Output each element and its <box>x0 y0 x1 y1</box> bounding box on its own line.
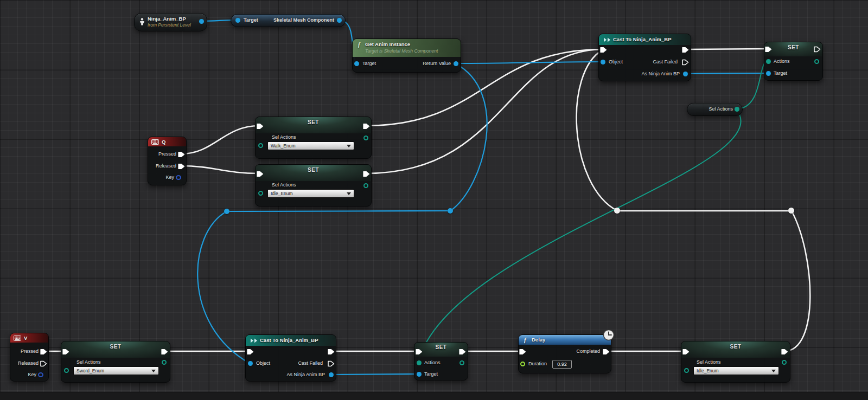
target-in-pin[interactable] <box>417 372 422 377</box>
enum-out-pin[interactable] <box>363 183 368 188</box>
node-set-walk-enum[interactable]: SET Sel Actions Walk_Enum <box>255 117 372 159</box>
node-ninja-anim-bp-getter[interactable]: Ninja_Anim_BP from Persistent Level <box>134 13 207 31</box>
node-title: SET <box>61 344 170 350</box>
return-value-out-pin[interactable] <box>454 61 458 66</box>
reroute-node-exec-right[interactable] <box>788 208 794 214</box>
object-pin-label: Object <box>609 59 623 65</box>
dropdown-arrow-icon <box>347 192 351 197</box>
enum-out-pin[interactable] <box>782 360 787 365</box>
exec-in-pin[interactable] <box>62 349 69 355</box>
cast-failed-label: Cast Failed <box>653 59 678 65</box>
node-header[interactable]: ƒ Get Anim Instance Target is Skeletal M… <box>353 39 461 57</box>
enum-out-pin[interactable] <box>162 360 167 365</box>
released-exec-out-pin[interactable] <box>178 163 185 170</box>
duration-pin-label: Duration <box>528 361 547 367</box>
enum-out-pin[interactable] <box>363 136 368 140</box>
exec-out-pin[interactable] <box>814 46 821 53</box>
exec-out-pin[interactable] <box>781 349 788 355</box>
enum-dropdown[interactable]: Idle_Enum <box>693 366 779 375</box>
enum-in-pin[interactable] <box>258 143 263 148</box>
exec-in-pin[interactable] <box>600 47 607 53</box>
wire-enum-selactions-setmid <box>418 109 741 362</box>
node-set-sword-enum[interactable]: SET Sel Actions Sword_Enum <box>61 341 170 383</box>
exec-in-pin[interactable] <box>257 171 264 177</box>
enum-in-pin[interactable] <box>258 191 263 196</box>
exec-out-pin[interactable] <box>459 349 466 355</box>
node-header[interactable]: Cast To Ninja_Anim_BP <box>246 335 336 346</box>
node-header[interactable]: Q <box>148 137 186 146</box>
node-set-top-right[interactable]: SET Actions Target <box>764 42 823 81</box>
node-skeletal-mesh-component[interactable]: Target Skeletal Mesh Component <box>231 14 346 27</box>
node-header[interactable]: V <box>10 333 48 343</box>
target-in-pin[interactable] <box>354 61 359 66</box>
completed-exec-out-pin[interactable] <box>603 349 610 355</box>
node-key-event-v[interactable]: V Pressed Released Key <box>10 333 49 382</box>
pressed-label: Pressed <box>21 349 39 354</box>
actions-in-pin[interactable] <box>417 360 422 365</box>
object-in-pin[interactable] <box>601 60 605 64</box>
key-out-pin[interactable] <box>38 372 43 377</box>
wire-obj-reroute-run <box>227 211 450 211</box>
exec-in-pin[interactable] <box>765 46 772 53</box>
cast-failed-exec-out-pin[interactable] <box>328 360 335 367</box>
enum-in-pin[interactable] <box>684 368 689 373</box>
exec-out-pin[interactable] <box>161 349 168 355</box>
object-in-pin[interactable] <box>235 18 240 23</box>
node-sel-actions-getter[interactable]: Sel Actions <box>687 103 743 116</box>
sel-actions-label: Sel Actions <box>272 182 296 188</box>
node-delay[interactable]: ƒ Delay Completed Duration 0.92 <box>518 334 611 373</box>
released-exec-out-pin[interactable] <box>40 360 47 367</box>
pressed-exec-out-pin[interactable] <box>178 151 185 158</box>
as-ninja-anim-bp-out-pin[interactable] <box>329 372 334 377</box>
sel-actions-label: Sel Actions <box>272 134 296 140</box>
dropdown-arrow-icon <box>347 145 351 150</box>
duration-input[interactable]: 0.92 <box>552 360 572 369</box>
pressed-label: Pressed <box>158 151 176 157</box>
object-out-pin[interactable] <box>337 18 342 23</box>
key-label: Key <box>28 372 36 378</box>
node-title: Q <box>162 139 165 145</box>
enum-dropdown[interactable]: Sword_Enum <box>73 366 159 375</box>
exec-out-pin[interactable] <box>682 47 689 53</box>
wire-obj-return-casttop <box>455 62 602 63</box>
node-header[interactable]: Cast To Ninja_Anim_BP <box>599 34 691 45</box>
target-in-pin[interactable] <box>766 71 771 76</box>
object-out-pin[interactable] <box>199 19 204 24</box>
node-get-anim-instance[interactable]: ƒ Get Anim Instance Target is Skeletal M… <box>352 38 461 73</box>
node-subtitle: from Persistent Level <box>148 22 191 28</box>
object-in-pin[interactable] <box>248 361 253 366</box>
enum-dropdown[interactable]: Walk_Enum <box>267 141 354 150</box>
node-set-idle-enum-mid[interactable]: SET Sel Actions Idle_Enum <box>255 164 372 207</box>
node-set-actions-mid[interactable]: SET Actions Target <box>414 342 468 380</box>
enum-in-pin[interactable] <box>64 368 69 373</box>
target-pin-label: Target <box>424 371 438 377</box>
reroute-node-blue-right[interactable] <box>448 208 453 214</box>
duration-in-pin[interactable] <box>520 362 525 366</box>
key-out-pin[interactable] <box>176 175 181 180</box>
exec-out-pin[interactable] <box>363 123 370 130</box>
actions-out-pin[interactable] <box>459 360 464 365</box>
enum-out-pin[interactable] <box>735 107 739 112</box>
actions-in-pin[interactable] <box>766 59 771 64</box>
node-key-event-q[interactable]: Q Pressed Released Key <box>148 137 187 185</box>
blueprint-canvas[interactable]: Ninja_Anim_BP from Persistent Level Targ… <box>0 0 868 400</box>
cast-failed-exec-out-pin[interactable] <box>682 59 689 66</box>
enum-dropdown[interactable]: Idle_Enum <box>267 189 354 198</box>
exec-out-pin[interactable] <box>363 171 370 177</box>
exec-in-pin[interactable] <box>247 349 254 355</box>
node-cast-to-ninja-anim-bp-top[interactable]: Cast To Ninja_Anim_BP Object Cast Failed… <box>598 34 691 81</box>
node-header[interactable]: ƒ Delay <box>519 335 611 345</box>
sel-actions-label: Sel Actions <box>76 359 101 365</box>
node-cast-to-ninja-anim-bp-bottom[interactable]: Cast To Ninja_Anim_BP Object Cast Failed… <box>245 334 336 382</box>
exec-out-pin[interactable] <box>328 349 335 355</box>
exec-in-pin[interactable] <box>257 123 264 130</box>
exec-in-pin[interactable] <box>416 349 423 355</box>
node-set-idle-enum-bottom-right[interactable]: SET Sel Actions Idle_Enum <box>681 341 790 383</box>
as-ninja-anim-bp-out-pin[interactable] <box>683 72 688 76</box>
actions-out-pin[interactable] <box>814 59 819 64</box>
exec-in-pin[interactable] <box>519 349 526 355</box>
reroute-node-exec-left[interactable] <box>614 208 620 214</box>
reroute-node-blue-left[interactable] <box>224 209 229 214</box>
exec-in-pin[interactable] <box>682 349 690 355</box>
pressed-exec-out-pin[interactable] <box>40 349 47 355</box>
